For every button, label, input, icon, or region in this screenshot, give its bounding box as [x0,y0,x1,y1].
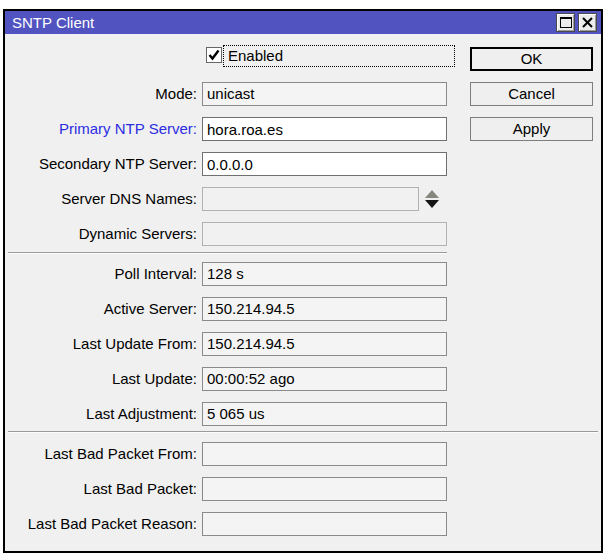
last-update-from-field: 150.214.94.5 [202,332,447,356]
enabled-checkbox[interactable] [206,47,222,63]
primary-ntp-server-label: Primary NTP Server: [5,117,197,141]
window-title: SNTP Client [12,14,94,31]
secondary-ntp-server-label: Secondary NTP Server: [5,152,197,176]
last-update-field: 00:00:52 ago [202,367,447,391]
chevron-up-icon[interactable] [425,190,439,198]
apply-button[interactable]: Apply [470,117,593,141]
separator [8,252,447,254]
last-bad-packet-reason-field [202,512,447,536]
secondary-ntp-server-input[interactable] [202,152,447,176]
checkmark-icon [208,49,220,61]
last-bad-packet-from-field [202,442,447,466]
active-server-field: 150.214.94.5 [202,297,447,321]
server-dns-names-stepper[interactable] [425,190,439,208]
cancel-button[interactable]: Cancel [470,82,593,106]
sntp-client-window: SNTP Client Enabled OK Cancel Apply Mode… [3,9,603,553]
close-button[interactable] [578,13,597,32]
titlebar: SNTP Client [5,11,601,34]
primary-ntp-server-input[interactable] [202,117,447,141]
last-adjustment-field: 5 065 us [202,402,447,426]
maximize-button[interactable] [556,13,575,32]
mode-field: unicast [202,82,447,106]
last-bad-packet-from-label: Last Bad Packet From: [5,442,197,466]
last-bad-packet-label: Last Bad Packet: [5,477,197,501]
enabled-label[interactable]: Enabled [223,45,455,67]
chevron-down-icon[interactable] [425,200,439,208]
poll-interval-field: 128 s [202,262,447,286]
last-bad-packet-field [202,477,447,501]
server-dns-names-label: Server DNS Names: [5,187,197,211]
maximize-icon [560,17,572,28]
last-bad-packet-reason-label: Last Bad Packet Reason: [5,512,197,536]
ok-button[interactable]: OK [470,47,593,71]
server-dns-names-field [202,187,419,211]
last-adjustment-label: Last Adjustment: [5,402,197,426]
last-update-from-label: Last Update From: [5,332,197,356]
close-icon [582,17,593,28]
active-server-label: Active Server: [5,297,197,321]
mode-label: Mode: [5,82,197,106]
dynamic-servers-label: Dynamic Servers: [5,222,197,246]
separator [8,431,598,433]
last-update-label: Last Update: [5,367,197,391]
poll-interval-label: Poll Interval: [5,262,197,286]
dynamic-servers-field [202,222,447,246]
